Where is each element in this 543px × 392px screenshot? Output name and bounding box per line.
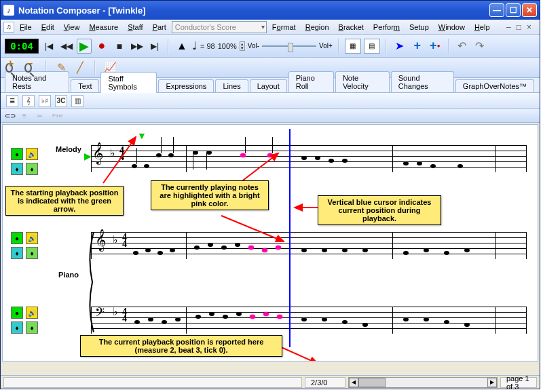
piano-b-aux2-button[interactable]: ♦ bbox=[26, 321, 38, 334]
app-icon: ♪ bbox=[3, 5, 14, 16]
status-message bbox=[3, 377, 302, 388]
piano-label: Piano bbox=[58, 271, 79, 279]
mdi-close-button[interactable]: × bbox=[527, 22, 531, 32]
menu-view[interactable]: View bbox=[60, 22, 84, 33]
separator bbox=[386, 39, 387, 54]
tab-sound-changes[interactable]: Sound Changes bbox=[391, 71, 454, 92]
menu-file[interactable]: FFileile bbox=[16, 22, 36, 33]
add-note-tool[interactable]: +● bbox=[428, 39, 443, 54]
scroll-right-button[interactable]: ▶ bbox=[487, 378, 497, 387]
piano-t-aux2-button[interactable]: ♦ bbox=[26, 247, 38, 259]
play-button[interactable]: ▶ bbox=[77, 39, 92, 54]
tab-note-velocity[interactable]: Note Velocity bbox=[335, 71, 390, 92]
svg-line-4 bbox=[278, 346, 318, 361]
record-button[interactable]: ● bbox=[94, 39, 109, 54]
melody-track-controls: ● 🔊 ♦ ♦ bbox=[11, 148, 45, 178]
piano-b-aux1-button[interactable]: ♦ bbox=[11, 321, 23, 334]
window-title: Notation Composer - [Twinkle] bbox=[18, 5, 489, 16]
scroll-thumb[interactable] bbox=[358, 378, 386, 387]
menu-edit[interactable]: Edit bbox=[37, 22, 58, 33]
barline-icon[interactable]: ▥ bbox=[71, 95, 83, 107]
titlebar: ♪ Notation Composer - [Twinkle] — ☐ ✕ bbox=[1, 1, 540, 20]
piano-treble-staff[interactable]: 𝄞 ♭ 44 bbox=[91, 232, 527, 259]
melody-aux1-button[interactable]: ♦ bbox=[11, 163, 23, 175]
score-area[interactable]: ▼ ▶ Melody ● 🔊 ♦ ♦ 𝄞 ♭ 44 bbox=[2, 124, 538, 361]
piano-treble-track-controls: ● 🔊 ♦ ♦ bbox=[11, 232, 45, 262]
tab-lines[interactable]: Lines bbox=[215, 79, 248, 92]
separator bbox=[94, 60, 96, 75]
staff-lines-icon[interactable]: ≣ bbox=[6, 95, 18, 107]
piano-bass-track-controls: ● 🔊 ♦ ♦ bbox=[11, 307, 45, 336]
melody-staff[interactable]: 𝄞 ♭ 44 bbox=[91, 145, 527, 172]
lines-view-icon[interactable]: ═ bbox=[37, 112, 50, 119]
link-view-icon[interactable]: ⊂⊃ bbox=[5, 112, 20, 119]
scroll-left-button[interactable]: ◀ bbox=[349, 378, 358, 387]
melody-label: Melody bbox=[56, 145, 81, 153]
mdi-minimize-button[interactable]: – bbox=[506, 22, 511, 32]
minimize-button[interactable]: — bbox=[489, 3, 504, 17]
time-sig-icon[interactable]: 3C bbox=[55, 95, 67, 107]
piano-t-mute-button[interactable]: ● bbox=[11, 232, 23, 244]
menu-part[interactable]: Part bbox=[149, 22, 170, 33]
stop-button[interactable]: ■ bbox=[112, 39, 127, 54]
menu-measure[interactable]: Measure bbox=[85, 22, 122, 33]
add-tool[interactable]: + bbox=[410, 39, 425, 54]
melody-solo-button[interactable]: 🔊 bbox=[26, 148, 38, 160]
part-select[interactable]: Conductor's Score bbox=[172, 21, 267, 33]
piano-t-aux1-button[interactable]: ♦ bbox=[11, 247, 23, 259]
menu-bracket[interactable]: Bracket bbox=[335, 22, 368, 33]
redo-button[interactable]: ↷ bbox=[472, 39, 487, 54]
list-view-icon[interactable]: ≡ bbox=[22, 112, 35, 119]
view-mode-1[interactable]: ▦ bbox=[345, 39, 361, 54]
piano-b-solo-button[interactable]: 🔊 bbox=[26, 307, 38, 319]
tab-expressions[interactable]: Expressions bbox=[158, 79, 214, 92]
key-sig-icon[interactable]: ♭♯ bbox=[39, 95, 51, 107]
start-marker-left-icon: ▶ bbox=[84, 151, 92, 161]
forward-button[interactable]: ▶▶ bbox=[130, 39, 145, 54]
piano-bass-staff[interactable]: 𝄢 ♭ 44 bbox=[91, 307, 527, 334]
callout-cursor: Vertical blue cursor indicates current p… bbox=[318, 195, 441, 225]
brush-tool[interactable]: ╱ bbox=[73, 60, 88, 75]
menu-format[interactable]: Format bbox=[268, 22, 300, 33]
vol-plus-label: Vol+ bbox=[319, 42, 333, 50]
close-button[interactable]: ✕ bbox=[522, 3, 537, 17]
transport-toolbar: 0:04 |◀ ◀◀ ▶ ● ■ ▶▶ ▶| ▲ ♩= 98 100% ▲▼ V… bbox=[1, 35, 540, 58]
separator bbox=[168, 39, 169, 54]
callout-start-pos: The starting playback position is indica… bbox=[5, 186, 124, 216]
view-mode-2[interactable]: ▤ bbox=[364, 39, 380, 54]
undo-button[interactable]: ↶ bbox=[455, 39, 470, 54]
menu-perform[interactable]: Perform bbox=[369, 22, 404, 33]
piano-t-solo-button[interactable]: 🔊 bbox=[26, 232, 38, 244]
menu-help[interactable]: Help bbox=[470, 22, 494, 33]
melody-aux2-button[interactable]: ♦ bbox=[26, 163, 38, 175]
menu-region[interactable]: Region bbox=[301, 22, 333, 33]
maximize-button[interactable]: ☐ bbox=[506, 3, 521, 17]
menu-window[interactable]: Window bbox=[434, 22, 469, 33]
tab-notes-rests[interactable]: Notes and Rests bbox=[5, 71, 69, 92]
zoom-down[interactable]: ▼ bbox=[240, 46, 244, 50]
treble-clef-icon[interactable]: 𝄞 bbox=[22, 95, 35, 107]
pointer-tool[interactable]: ➤ bbox=[392, 39, 407, 54]
fine-view-icon[interactable]: Fine bbox=[52, 113, 64, 119]
tab-graphovernotes[interactable]: GraphOverNotes™ bbox=[455, 79, 534, 92]
volume-slider[interactable] bbox=[262, 43, 316, 50]
app-menu-icon[interactable]: ♫ bbox=[3, 22, 14, 33]
zoom-display: 100% ▲▼ bbox=[218, 41, 245, 51]
menu-staff[interactable]: Staff bbox=[124, 22, 147, 33]
metronome-button[interactable]: ▲ bbox=[174, 39, 189, 54]
rewind-start-button[interactable]: |◀ bbox=[41, 39, 56, 54]
forward-end-button[interactable]: ▶| bbox=[147, 39, 162, 54]
piano-b-mute-button[interactable]: ● bbox=[11, 307, 23, 319]
tab-layout[interactable]: Layout bbox=[250, 79, 287, 92]
zoom-toolbar: + − ✎ ╱ 📈 bbox=[1, 58, 540, 78]
menu-setup[interactable]: Setup bbox=[405, 22, 433, 33]
vol-minus-label: Vol- bbox=[248, 42, 259, 50]
status-position: 2/3/0 bbox=[305, 377, 345, 388]
tab-text[interactable]: Text bbox=[71, 79, 99, 92]
hscrollbar[interactable]: ◀ ▶ bbox=[348, 377, 498, 388]
tab-staff-symbols[interactable]: Staff Symbols bbox=[100, 72, 157, 93]
melody-mute-button[interactable]: ● bbox=[11, 148, 23, 160]
mdi-restore-button[interactable]: □ bbox=[517, 22, 521, 32]
rewind-button[interactable]: ◀◀ bbox=[59, 39, 74, 54]
tab-piano-roll[interactable]: Piano Roll bbox=[288, 71, 334, 92]
